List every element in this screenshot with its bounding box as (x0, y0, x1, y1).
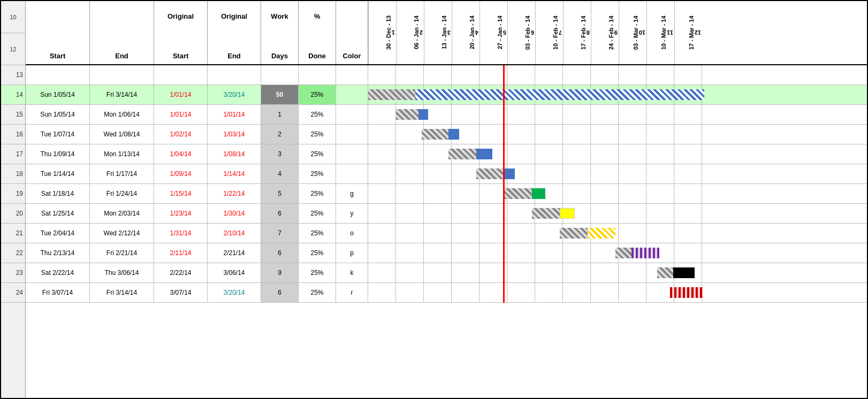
gantt-cell (591, 144, 619, 164)
cell-13-pctdone (299, 65, 336, 85)
gantt-row-22 (368, 243, 867, 263)
row-num-15: 15 (1, 105, 25, 125)
gantt-cell (396, 125, 424, 144)
gantt-cell (368, 243, 396, 263)
gantt-cell (646, 184, 674, 203)
gantt-cell (619, 224, 646, 243)
row-num-16: 16 (1, 125, 25, 144)
cell-15-orig-end: 1/01/14 (208, 105, 261, 124)
gantt-cell (674, 125, 702, 144)
cell-18-color (336, 164, 368, 183)
gantt-cell (646, 65, 674, 85)
gantt-cell (535, 144, 563, 164)
gantt-cell (396, 263, 424, 282)
gantt-chart: 30 - Dec - 131 06 - Jan - 142 13 - Jan -… (368, 1, 867, 398)
cell-23-start: Sat 2/22/14 (26, 263, 90, 282)
gantt-cell (591, 65, 619, 85)
gantt-bar-23-gray (657, 267, 673, 278)
cell-19-color: g (336, 184, 368, 203)
gantt-row-20 (368, 204, 867, 224)
gantt-col-9: 24 - Feb - 149 (591, 1, 619, 64)
gantt-bar-19-gray (504, 188, 532, 199)
gantt-cell (452, 224, 479, 243)
gantt-cell (591, 125, 619, 144)
gantt-cell (424, 144, 452, 164)
gantt-cell (368, 164, 396, 183)
gantt-cell (619, 125, 646, 144)
cell-17-color (336, 144, 368, 164)
gantt-cell (619, 105, 646, 124)
gantt-bar-18-gray (476, 168, 504, 179)
gantt-row-19 (368, 184, 867, 204)
col-header-orig-end: Original End (208, 1, 261, 64)
gantt-row-23 (368, 263, 867, 283)
cell-17-workdays: 3 (261, 144, 299, 164)
gantt-row-14 (368, 85, 867, 105)
col-header-pctdone-row12: Done (299, 32, 336, 62)
table-row: Sun 1/05/14 Fri 3/14/14 1/01/14 3/20/14 … (26, 85, 368, 105)
cell-24-start: Fri 3/07/14 (26, 283, 90, 302)
today-line (503, 65, 505, 303)
gantt-cell (396, 283, 424, 302)
gantt-cell (563, 263, 591, 282)
gantt-cell (507, 243, 535, 263)
gantt-cell (563, 164, 591, 183)
gantt-cell (535, 65, 563, 85)
gantt-cell (535, 263, 563, 282)
gantt-cell (424, 224, 452, 243)
gantt-cell (368, 125, 396, 144)
gantt-cell (591, 204, 619, 223)
cell-22-color: p (336, 243, 368, 263)
row-num-24: 24 (1, 283, 25, 303)
gantt-bar-17-blue (476, 149, 492, 159)
gantt-cell (619, 184, 646, 203)
table-row: Sat 1/25/14 Mon 2/03/14 1/23/14 1/30/14 … (26, 204, 368, 224)
gantt-cell (674, 164, 702, 183)
cell-15-start: Sun 1/05/14 (26, 105, 90, 124)
gantt-cell (368, 105, 396, 124)
cell-22-pctdone: 25% (299, 243, 336, 263)
row-num-13: 13 (1, 65, 25, 85)
table-row: Sat 1/18/14 Fri 1/24/14 1/15/14 1/22/14 … (26, 184, 368, 204)
cell-24-orig-end: 3/20/14 (208, 283, 261, 302)
table-row: Thu 2/13/14 Fri 2/21/14 2/11/14 2/21/14 … (26, 243, 368, 263)
cell-19-orig-end: 1/22/14 (208, 184, 261, 203)
cell-14-end: Fri 3/14/14 (90, 85, 154, 104)
gantt-bar-22-purple (631, 248, 659, 258)
cell-21-color: o (336, 224, 368, 243)
gantt-cell (591, 263, 619, 282)
gantt-cell (452, 184, 479, 203)
cell-24-workdays: 6 (261, 283, 299, 302)
cell-14-pctdone: 25% (299, 85, 336, 104)
gantt-cell (563, 125, 591, 144)
spreadsheet: 10 12 13 14 15 16 17 18 19 20 21 22 23 2… (0, 0, 868, 399)
row-num-20: 20 (1, 204, 25, 224)
gantt-cell (368, 224, 396, 243)
cell-16-orig-end: 1/03/14 (208, 125, 261, 144)
row-numbers: 10 12 13 14 15 16 17 18 19 20 21 22 23 2… (1, 1, 26, 398)
gantt-col-2: 06 - Jan - 142 (396, 1, 424, 64)
col-header-pctdone: % Done (299, 1, 336, 64)
cell-22-workdays: 6 (261, 243, 299, 263)
gantt-cell (424, 184, 452, 203)
table-row (26, 65, 368, 85)
gantt-bar-16-blue (448, 129, 459, 140)
gantt-cell (535, 243, 563, 263)
gantt-cell (507, 204, 535, 223)
cell-19-orig-start: 1/15/14 (154, 184, 208, 203)
gantt-bar-20-yellow (560, 208, 575, 219)
gantt-cell (591, 243, 619, 263)
gantt-cell (674, 105, 702, 124)
row-num-23: 23 (1, 263, 25, 283)
gantt-cell (535, 164, 563, 183)
cell-16-pctdone: 25% (299, 125, 336, 144)
gantt-cell (507, 65, 535, 85)
gantt-cell (674, 65, 702, 85)
gantt-cell (368, 263, 396, 282)
cell-16-color (336, 125, 368, 144)
cell-24-pctdone: 25% (299, 283, 336, 302)
gantt-cell (507, 125, 535, 144)
cell-24-orig-start: 3/07/14 (154, 283, 208, 302)
table-header: Start End Original Start Original End Wo… (26, 1, 368, 65)
gantt-cell (424, 164, 452, 183)
